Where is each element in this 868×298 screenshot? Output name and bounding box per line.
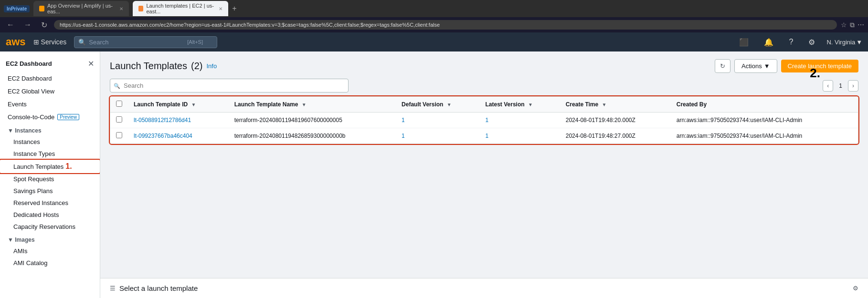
sidebar-label-spot-requests: Spot Requests <box>13 175 54 183</box>
col-default-version[interactable]: Default Version ▼ <box>396 97 479 113</box>
sidebar-label-ec2-dashboard: EC2 Dashboard <box>8 75 52 82</box>
new-tab-button[interactable]: + <box>232 4 236 13</box>
select-all-checkbox[interactable] <box>116 101 122 107</box>
sort-icon-template-id: ▼ <box>191 102 196 107</box>
col-create-time[interactable]: Create Time ▼ <box>560 97 671 113</box>
global-search-bar[interactable]: 🔍 [Alt+S] <box>74 36 217 48</box>
col-created-by[interactable]: Created By <box>671 97 858 113</box>
address-input[interactable] <box>54 20 837 30</box>
table-header-row: Launch Template ID ▼ Launch Template Nam… <box>110 97 858 113</box>
sidebar-item-savings-plans[interactable]: Savings Plans <box>0 185 100 197</box>
grid-icon: ⊞ <box>33 38 39 46</box>
sidebar-item-reserved-instances[interactable]: Reserved Instances <box>0 197 100 209</box>
pagination-next-button[interactable]: › <box>848 80 858 92</box>
row1-default-version-link[interactable]: 1 <box>402 117 405 123</box>
row2-checkbox[interactable] <box>116 132 122 138</box>
tab-active-label: Launch templates | EC2 | us-east... <box>146 3 216 14</box>
services-button[interactable]: ⊞ Services <box>33 38 67 46</box>
select-all-header <box>110 97 128 113</box>
search-input[interactable] <box>110 79 349 92</box>
sidebar-item-capacity-reservations[interactable]: Capacity Reservations <box>0 221 100 233</box>
row2-template-id-link[interactable]: lt-099237667ba46c404 <box>134 133 192 139</box>
table-row: lt-05088912f12786d41 terraform-202408011… <box>110 113 858 128</box>
table-row: lt-099237667ba46c404 terraform-202408011… <box>110 128 858 144</box>
row1-latest-version-link[interactable]: 1 <box>486 117 489 123</box>
global-search-input[interactable] <box>89 39 184 46</box>
launch-templates-table: Launch Template ID ▼ Launch Template Nam… <box>110 97 858 144</box>
row1-checkbox-cell <box>110 113 128 128</box>
back-button[interactable]: ← <box>4 20 17 30</box>
preview-badge: Preview <box>57 114 79 120</box>
aws-cloudshell-button[interactable]: ⬛ <box>735 36 752 49</box>
row2-default-version-link[interactable]: 1 <box>402 133 405 139</box>
row1-create-time-cell: 2024-08-01T19:48:20.000Z <box>560 113 671 128</box>
tab-ec2-icon <box>138 6 143 11</box>
sidebar-label-events: Events <box>8 101 27 108</box>
sidebar-label-amis: AMIs <box>13 247 28 255</box>
sort-icon-default-version: ▼ <box>447 102 452 107</box>
sidebar-item-instances[interactable]: Instances <box>0 136 100 148</box>
sidebar-section-images[interactable]: ▼ Images <box>0 233 100 245</box>
forward-button[interactable]: → <box>21 20 34 30</box>
sidebar-close-button[interactable]: ✕ <box>88 59 94 68</box>
region-dropdown-icon: ▼ <box>856 39 862 46</box>
panel-toggle-icon[interactable]: ☰ <box>110 285 116 292</box>
sidebar-label-instance-types: Instance Types <box>13 150 55 157</box>
page-title: Launch Templates <box>110 61 187 72</box>
sidebar-item-instance-types[interactable]: Instance Types <box>0 148 100 160</box>
reload-button[interactable]: ↻ <box>38 20 50 31</box>
aws-logo-icon: aws <box>6 36 26 48</box>
row1-template-id-link[interactable]: lt-05088912f12786d41 <box>134 117 191 123</box>
info-link[interactable]: Info <box>206 62 217 70</box>
tab-aws-icon <box>39 6 44 11</box>
sidebar-item-events[interactable]: Events <box>0 98 100 111</box>
main-layout: EC2 Dashboard ✕ EC2 Dashboard EC2 Global… <box>0 51 868 298</box>
sidebar-item-amis[interactable]: AMIs <box>0 245 100 257</box>
settings-icon[interactable]: ⋯ <box>857 21 864 29</box>
sidebar-item-ec2-dashboard[interactable]: EC2 Dashboard <box>0 72 100 85</box>
sidebar-item-dedicated-hosts[interactable]: Dedicated Hosts <box>0 209 100 221</box>
panel-settings-icon[interactable]: ⚙ <box>853 285 858 292</box>
search-wrapper <box>110 79 349 92</box>
region-selector[interactable]: N. Virginia ▼ <box>826 39 862 46</box>
refresh-button[interactable]: ↻ <box>715 59 730 73</box>
row2-latest-version-link[interactable]: 1 <box>486 133 489 139</box>
settings-button[interactable]: ⚙ <box>804 36 819 49</box>
sidebar-item-spot-requests[interactable]: Spot Requests <box>0 173 100 185</box>
tab-active[interactable]: Launch templates | EC2 | us-east... ✕ <box>133 1 228 16</box>
sidebar-item-launch-templates[interactable]: Launch Templates 1. <box>0 160 100 173</box>
sidebar-item-ec2-global-view[interactable]: EC2 Global View <box>0 85 100 98</box>
services-label: Services <box>41 38 67 46</box>
images-section-label: ▼ Images <box>8 236 35 243</box>
refresh-icon: ↻ <box>720 62 725 70</box>
row1-created-by-cell: arn:aws:iam::975050293744:user/IAM-CLI-A… <box>671 113 858 128</box>
col-template-name[interactable]: Launch Template Name ▼ <box>229 97 396 113</box>
actions-button[interactable]: Actions ▼ <box>734 59 777 73</box>
region-label: N. Virginia <box>826 39 855 46</box>
support-button[interactable]: ? <box>785 36 797 48</box>
aws-logo[interactable]: aws <box>6 36 26 48</box>
search-icon: 🔍 <box>78 39 86 46</box>
tab-inactive[interactable]: App Overview | Amplify | us-eas... ✕ <box>33 1 129 16</box>
split-icon[interactable]: ⧉ <box>850 21 855 29</box>
row1-checkbox[interactable] <box>116 116 122 123</box>
instances-section-label: ▼ Instances <box>8 127 42 134</box>
sidebar-section-instances[interactable]: ▼ Instances <box>0 123 100 136</box>
row2-checkbox-cell <box>110 128 128 144</box>
table-header: Launch Template ID ▼ Launch Template Nam… <box>110 97 858 113</box>
sidebar-item-console-to-code[interactable]: Console-to-Code Preview <box>0 111 100 123</box>
col-template-id[interactable]: Launch Template ID ▼ <box>128 97 229 113</box>
row1-template-name: terraform-20240801194819607600000005 <box>234 117 342 123</box>
col-created-by-label: Created By <box>677 101 707 108</box>
sidebar-label-savings-plans: Savings Plans <box>13 187 53 195</box>
pagination-prev-button[interactable]: ‹ <box>823 80 833 92</box>
tab-inactive-label: App Overview | Amplify | us-eas... <box>47 3 116 14</box>
star-icon[interactable]: ☆ <box>841 21 847 29</box>
notifications-button[interactable]: 🔔 <box>760 36 777 49</box>
sidebar-label-reserved-instances: Reserved Instances <box>13 199 68 206</box>
col-latest-version[interactable]: Latest Version ▼ <box>480 97 560 113</box>
tab-active-close-icon[interactable]: ✕ <box>219 6 222 11</box>
sidebar-item-ami-catalog[interactable]: AMI Catalog <box>0 257 100 269</box>
sidebar-label-console-to-code: Console-to-Code <box>8 113 54 121</box>
tab-close-icon[interactable]: ✕ <box>119 6 123 11</box>
